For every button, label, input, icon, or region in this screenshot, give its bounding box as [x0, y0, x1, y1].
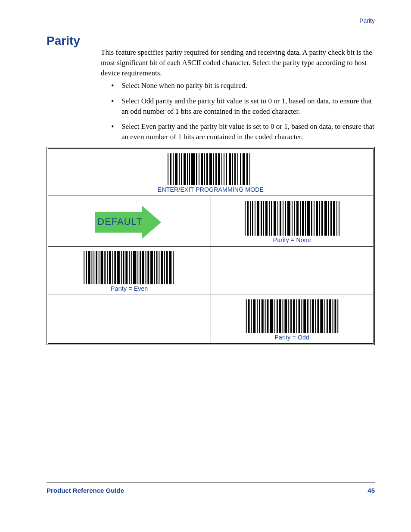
svg-rect-25 — [237, 153, 238, 185]
svg-rect-21 — [226, 153, 227, 185]
svg-rect-131 — [334, 299, 336, 333]
page: Parity Parity This feature specifies par… — [0, 0, 411, 532]
svg-rect-109 — [274, 299, 275, 333]
svg-rect-99 — [246, 299, 247, 333]
svg-rect-30 — [245, 201, 246, 236]
barcode-parity-none — [245, 201, 339, 236]
running-header: Parity — [359, 17, 375, 24]
svg-rect-1 — [170, 153, 171, 185]
svg-rect-92 — [156, 251, 158, 284]
svg-rect-11 — [199, 153, 199, 185]
svg-rect-88 — [146, 251, 146, 284]
svg-rect-14 — [206, 153, 208, 185]
svg-rect-63 — [336, 201, 337, 236]
svg-rect-54 — [311, 201, 312, 236]
svg-rect-50 — [300, 201, 301, 236]
svg-rect-32 — [250, 201, 251, 236]
svg-rect-82 — [129, 251, 130, 284]
svg-rect-123 — [312, 299, 314, 333]
bullet-item: Select None when no parity bit is requir… — [111, 81, 375, 91]
svg-rect-17 — [215, 153, 217, 185]
svg-rect-127 — [324, 299, 325, 333]
svg-rect-110 — [277, 299, 278, 333]
svg-rect-5 — [181, 153, 182, 185]
svg-rect-41 — [274, 201, 276, 236]
svg-rect-38 — [265, 201, 268, 236]
svg-rect-28 — [246, 153, 248, 185]
svg-rect-126 — [320, 299, 323, 333]
default-arrow: DEFAULT — [95, 206, 164, 239]
svg-rect-20 — [224, 153, 224, 185]
svg-rect-27 — [243, 153, 245, 185]
svg-rect-57 — [319, 201, 320, 236]
barcode-parity-odd — [245, 299, 339, 333]
footer-title: Product Reference Guide — [47, 487, 124, 494]
bullet-item: Select Even parity and the parity bit va… — [111, 121, 375, 142]
svg-rect-78 — [117, 251, 120, 284]
svg-rect-37 — [263, 201, 264, 236]
svg-rect-46 — [287, 201, 290, 236]
svg-rect-59 — [324, 201, 327, 236]
svg-rect-16 — [213, 153, 214, 185]
svg-rect-67 — [88, 251, 90, 284]
svg-rect-2 — [173, 153, 174, 185]
bullet-item: Select Odd parity and the parity bit val… — [111, 96, 375, 117]
svg-rect-98 — [173, 251, 174, 284]
svg-rect-48 — [294, 201, 295, 236]
header-rule — [47, 26, 375, 26]
svg-rect-103 — [257, 299, 258, 333]
svg-rect-9 — [191, 153, 195, 185]
svg-rect-87 — [142, 251, 144, 284]
barcode-parity-even — [82, 251, 177, 284]
svg-rect-44 — [283, 201, 283, 236]
footer: Product Reference Guide 45 — [47, 482, 375, 494]
svg-rect-10 — [196, 153, 197, 185]
svg-rect-112 — [282, 299, 283, 333]
svg-rect-89 — [148, 251, 149, 284]
svg-rect-18 — [218, 153, 220, 185]
svg-rect-55 — [314, 201, 314, 236]
svg-rect-35 — [257, 201, 259, 236]
svg-rect-6 — [184, 153, 186, 185]
barcode-caption: Parity = None — [273, 236, 311, 243]
page-number: 45 — [367, 487, 375, 494]
svg-rect-33 — [252, 201, 253, 236]
row-default-none: DEFAULT — [48, 196, 373, 247]
svg-rect-85 — [138, 251, 139, 284]
svg-rect-114 — [288, 299, 289, 333]
svg-rect-0 — [168, 153, 168, 185]
svg-rect-69 — [93, 251, 94, 284]
svg-rect-97 — [169, 251, 172, 284]
svg-rect-129 — [329, 299, 331, 333]
svg-rect-96 — [166, 251, 168, 284]
svg-rect-49 — [296, 201, 299, 236]
svg-rect-68 — [92, 251, 93, 284]
svg-rect-43 — [280, 201, 281, 236]
svg-rect-51 — [302, 201, 304, 236]
svg-rect-56 — [316, 201, 318, 236]
svg-rect-119 — [301, 299, 302, 333]
svg-rect-66 — [86, 251, 87, 284]
svg-rect-79 — [121, 251, 122, 284]
svg-rect-31 — [247, 201, 249, 236]
svg-rect-125 — [317, 299, 319, 333]
svg-rect-130 — [332, 299, 333, 333]
svg-rect-111 — [279, 299, 281, 333]
svg-rect-64 — [339, 201, 339, 236]
intro-paragraph: This feature specifies parity required f… — [101, 47, 375, 78]
svg-rect-53 — [307, 201, 310, 236]
svg-rect-132 — [337, 299, 338, 333]
svg-rect-61 — [330, 201, 332, 236]
cell-default: DEFAULT — [48, 196, 211, 246]
svg-rect-81 — [126, 251, 128, 284]
svg-rect-86 — [140, 251, 141, 284]
svg-rect-60 — [328, 201, 329, 236]
svg-rect-39 — [269, 201, 270, 236]
cell-enter-exit: ENTER/EXIT PROGRAMMING MODE — [48, 149, 373, 196]
svg-rect-91 — [154, 251, 155, 284]
svg-rect-45 — [285, 201, 286, 236]
svg-rect-72 — [101, 251, 103, 284]
bullet-list: Select None when no parity bit is requir… — [111, 81, 375, 147]
svg-rect-12 — [201, 153, 203, 185]
svg-rect-100 — [248, 299, 249, 333]
